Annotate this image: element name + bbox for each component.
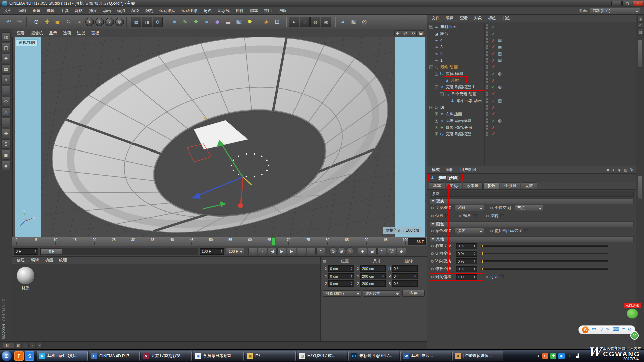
spinner[interactable] (381, 275, 384, 278)
orbit-view-icon[interactable]: ↻ (410, 30, 417, 36)
expander-icon[interactable]: + (429, 25, 433, 29)
object-mode-select[interactable]: 对象 (相对) (323, 290, 361, 297)
goto-end-button[interactable]: » (307, 248, 316, 255)
ime-lang-icon[interactable]: 中 (592, 327, 596, 333)
float-window-icon[interactable]: ▫ (23, 343, 29, 348)
x-axis-lock-icon[interactable]: X (85, 18, 94, 26)
score-badge[interactable]: 92 (630, 331, 639, 340)
size-field[interactable]: 200 cm (360, 273, 386, 279)
tray-im-icon[interactable]: ◆ (558, 353, 565, 359)
display-wireframe-icon[interactable]: ◍ (310, 17, 320, 27)
tree-item-bone-anim-backup[interactable]: 骨骼 动画.备份 (446, 125, 472, 130)
undo-icon[interactable]: ↶ (4, 17, 14, 27)
visible-checkbox[interactable] (500, 275, 504, 279)
keyframe-dot[interactable] (486, 276, 488, 278)
ime-keyboard-icon[interactable]: ⌨ (613, 327, 619, 333)
tag-icon[interactable]: ✗ (492, 124, 495, 130)
viewport-menu-item[interactable]: 面板 (88, 29, 102, 37)
visibility-dots[interactable] (486, 38, 488, 43)
tag-icon[interactable]: ✓ (492, 118, 495, 124)
visibility-dots[interactable] (486, 92, 488, 96)
attribute-menu-item[interactable]: 编辑 (443, 166, 457, 173)
rotate-tool-icon[interactable]: ↻ (63, 17, 73, 27)
transform-mode-select[interactable]: 相对 (455, 205, 484, 211)
coordinate-system-icon[interactable]: ◍ (115, 18, 124, 26)
mascot-icon[interactable] (627, 309, 638, 319)
last-tool-icon[interactable]: ◂ (74, 17, 84, 27)
tag-icon[interactable]: ✗ (492, 57, 495, 63)
menu-item[interactable]: 工具 (58, 7, 72, 14)
visibility-dots[interactable] (486, 65, 488, 69)
magnifier-icon[interactable]: ◎ (359, 17, 369, 27)
record-rotation-icon[interactable]: ↻ (377, 248, 386, 255)
ime-logo-icon[interactable]: S (582, 326, 589, 333)
spinner[interactable] (349, 275, 352, 278)
view-cube-icon[interactable]: ▧ (348, 17, 359, 27)
tag-icon[interactable]: ✗ (492, 104, 495, 110)
visibility-dots[interactable] (486, 112, 488, 116)
dock-panel-icon[interactable]: ◧ (16, 343, 21, 348)
other-group-header[interactable]: 其他 (430, 236, 634, 242)
convert-mode-icon[interactable]: ◍ (1, 32, 11, 42)
keyframe-dot[interactable] (431, 215, 434, 217)
pan-view-icon[interactable]: ✚ (394, 30, 401, 36)
loop-button[interactable]: ↻ (316, 248, 325, 255)
taskbar-app-notepad[interactable]: ▤ E:\YQ2017 软... (297, 351, 347, 361)
menu-item[interactable]: 运动图形 (178, 7, 201, 14)
material-menu-item[interactable]: 创建 (14, 257, 28, 264)
spinner[interactable] (413, 282, 416, 285)
material-menu-item[interactable]: 纹理 (56, 257, 70, 264)
firefox-icon[interactable]: F (14, 351, 24, 361)
next-key-button[interactable]: › (297, 248, 306, 255)
layers-icon[interactable]: ▤ (637, 29, 643, 34)
value-slider[interactable] (481, 253, 608, 254)
tree-item-spline-3[interactable]: 3 (440, 45, 443, 49)
slider-handle[interactable] (482, 268, 483, 270)
object-manager-menu-item[interactable]: 书签 (499, 15, 513, 22)
value-field[interactable]: 0 % (456, 243, 477, 249)
tree-row[interactable]: ∿ 3 ✗ ▦ (427, 44, 636, 50)
object-manager-menu-item[interactable]: 查看 (457, 15, 471, 22)
viewport-menu-item[interactable]: 摄像机 (28, 29, 46, 37)
taskbar-app-chrome[interactable]: ◉ 学员每日考勤首... (193, 351, 244, 361)
attribute-tab[interactable]: 坐标 (446, 182, 462, 189)
tree-item-spline-2[interactable]: 2 (440, 51, 443, 56)
visibility-dots[interactable] (486, 98, 488, 103)
rotation-field[interactable]: 0 ° (392, 280, 418, 287)
record-position-icon[interactable]: ✚ (358, 248, 367, 255)
taskbar-app-redspider[interactable]: ☻ [红蜘蛛多媒体... (452, 351, 503, 361)
light-icon[interactable]: ✸ (245, 17, 255, 27)
time-offset-field[interactable]: 10 F (456, 274, 477, 280)
ime-menu-icon[interactable]: ≡ (622, 327, 625, 333)
speed-promo-label[interactable]: 点我加速 (624, 303, 641, 308)
timeline-ruler[interactable]: 0510152025303540455055606570758085909510… (12, 237, 427, 246)
taskbar-app-cinema4d[interactable]: C CINEMA 4D R17... (89, 351, 140, 361)
visibility-dots[interactable] (486, 24, 488, 29)
tag-icon[interactable]: ✗ (492, 77, 495, 83)
visibility-dots[interactable] (486, 118, 488, 123)
record-pla-icon[interactable]: ◆ (397, 248, 406, 255)
minimize-button[interactable]: – (611, 1, 622, 6)
snap-toggle-icon[interactable]: S (1, 139, 11, 149)
tree-row[interactable]: ♟ 步幅 ✗ (427, 77, 636, 84)
object-manager-menu-item[interactable]: 文件 (429, 15, 443, 22)
tray-network-icon[interactable]: ▟ (575, 353, 581, 359)
tree-row[interactable]: ∿ 2 ✗ ▦ (427, 50, 636, 57)
tree-item-final-animation[interactable]: 最终 动画 (440, 64, 458, 70)
keyframe-dot[interactable] (459, 215, 461, 217)
taskbar-app-v[interactable]: V 北京1703期影视... (141, 351, 192, 361)
lock-workplane-icon[interactable]: ▣ (1, 150, 11, 160)
primitive-cube-icon[interactable]: ■ (169, 17, 179, 27)
tree-row[interactable]: - L₀ 单个元素 动画 ✗ (427, 90, 636, 97)
toolbar-separator[interactable] (126, 17, 129, 27)
display-gouraud-icon[interactable]: ● (289, 17, 299, 27)
view-label[interactable]: 透视视图 (16, 39, 38, 46)
display-lines-icon[interactable]: ◌ (300, 17, 310, 27)
panel-icon[interactable]: ▤ (623, 167, 629, 173)
keyframe-dot[interactable] (431, 276, 434, 278)
tree-row[interactable]: + ⊛ 克隆 动画模型 ✓ ◍ (427, 117, 636, 124)
visibility-dots[interactable] (486, 71, 488, 76)
speed-promo[interactable]: 点我加速 (624, 303, 641, 319)
viewport-menu-item[interactable]: 过滤 (74, 29, 88, 37)
menu-item[interactable]: 运动跟踪 (156, 7, 178, 14)
